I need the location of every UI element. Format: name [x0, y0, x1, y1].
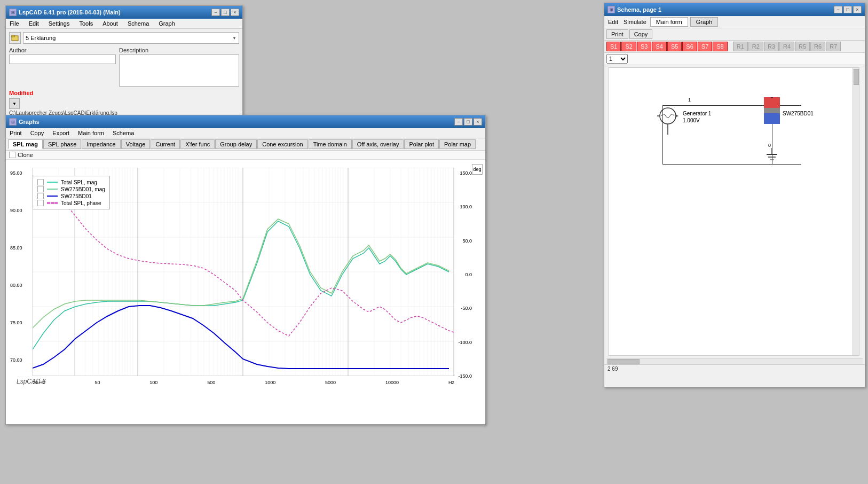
s-tab-s3[interactable]: S3 — [637, 42, 651, 51]
x-label-5000: 5000 — [325, 380, 336, 385]
s-tab-r4[interactable]: R4 — [779, 42, 794, 51]
chart-area: deg Total SPL, mag SW275BD01, mag SW275B… — [6, 160, 485, 389]
s-tab-s1[interactable]: S1 — [606, 42, 621, 51]
main-content: 5 Erklärung ▼ Author Description Modifie… — [6, 29, 242, 119]
dropdown-value: 5 Erklärung — [26, 35, 56, 41]
legend-label-2: SW275BD01, mag — [61, 186, 105, 192]
s-tab-r3[interactable]: R3 — [764, 42, 779, 51]
menu-copy[interactable]: Copy — [29, 129, 46, 137]
yr-label-4: 0.0 — [458, 272, 472, 277]
x-label-100: 100 — [149, 380, 157, 385]
s-tab-r6[interactable]: R6 — [810, 42, 825, 51]
graphs-window: ⊞ Graphs − □ × Print Copy Export Main fo… — [5, 115, 486, 425]
wire-bottom — [662, 164, 801, 165]
schema-minimize-btn[interactable]: − — [834, 6, 842, 13]
yr-label-2: 100.0 — [458, 204, 472, 209]
tab-spl-phase[interactable]: SPL phase — [43, 139, 81, 149]
tab-main-form[interactable]: Main form — [650, 17, 688, 27]
author-input[interactable] — [9, 54, 116, 64]
graph-tabs-row: SPL mag SPL phase Impedance Voltage Curr… — [6, 138, 485, 151]
menu-export[interactable]: Export — [51, 129, 71, 137]
svg-rect-85 — [764, 97, 780, 108]
tab-polar-plot[interactable]: Polar plot — [404, 139, 438, 149]
yr-label-6: -100.0 — [458, 340, 472, 345]
menu-edit-schema[interactable]: Edit — [606, 18, 620, 26]
tab-voltage[interactable]: Voltage — [121, 139, 151, 149]
svg-rect-86 — [764, 108, 780, 113]
main-window-title: LspCAD 6.41 pro (2015-04-03) (Main) — [19, 9, 121, 15]
status-text: 2 69 — [607, 366, 618, 372]
legend-check-2[interactable] — [37, 186, 44, 192]
copy-btn[interactable]: Copy — [629, 29, 653, 39]
menu-about[interactable]: About — [101, 20, 120, 27]
tab-polar-map[interactable]: Polar map — [439, 139, 476, 149]
main-close-btn[interactable]: × — [231, 9, 239, 16]
graphs-menubar: Print Copy Export Main form Schema — [6, 128, 485, 138]
schema-maximize-btn[interactable]: □ — [843, 6, 852, 13]
project-dropdown[interactable]: 5 Erklärung ▼ — [23, 32, 239, 44]
horizontal-scrollbar[interactable] — [606, 358, 863, 364]
menu-schema-graphs[interactable]: Schema — [111, 129, 136, 137]
menu-graph[interactable]: Graph — [157, 20, 177, 27]
legend-box: Total SPL, mag SW275BD01, mag SW275BD01 … — [33, 176, 110, 209]
tab-cone-excursion[interactable]: Cone excursion — [257, 139, 307, 149]
s-tab-s8[interactable]: S8 — [713, 42, 727, 51]
main-maximize-btn[interactable]: □ — [221, 9, 230, 16]
s-tab-r1[interactable]: R1 — [733, 42, 748, 51]
s-tab-s5[interactable]: S5 — [667, 42, 682, 51]
legend-line-2 — [47, 189, 58, 190]
description-textarea[interactable] — [119, 54, 239, 87]
generator-voltage: 1.000V — [683, 118, 700, 123]
graphs-app-icon: ⊞ — [9, 118, 17, 126]
tab-time-domain[interactable]: Time domain — [309, 139, 352, 149]
author-desc-row: Author Description — [9, 47, 239, 88]
menu-schema[interactable]: Schema — [126, 20, 151, 27]
s-tab-s4[interactable]: S4 — [652, 42, 666, 51]
main-minimize-btn[interactable]: − — [211, 9, 220, 16]
y-label-5: 75.00 — [10, 320, 22, 325]
tab-impedance[interactable]: Impedance — [82, 139, 120, 149]
menu-main-form[interactable]: Main form — [76, 129, 106, 137]
vertical-scrollbar[interactable] — [853, 68, 859, 355]
s-tab-s6[interactable]: S6 — [682, 42, 697, 51]
tab-group-delay[interactable]: Group delay — [215, 139, 257, 149]
tab-current[interactable]: Current — [151, 139, 180, 149]
legend-item-1: Total SPL, mag — [37, 179, 105, 185]
clone-checkbox[interactable] — [9, 152, 15, 158]
s-tab-r5[interactable]: R5 — [795, 42, 810, 51]
s-tab-r7[interactable]: R7 — [826, 42, 841, 51]
tab-graph[interactable]: Graph — [690, 17, 719, 27]
page-select[interactable]: 1 2 — [606, 54, 628, 64]
graphs-maximize-btn[interactable]: □ — [464, 118, 472, 126]
scrollbar-thumb[interactable] — [854, 69, 859, 85]
tab-xfer-func[interactable]: X'fer func — [180, 139, 215, 149]
s-tab-s2[interactable]: S2 — [621, 42, 636, 51]
menu-settings[interactable]: Settings — [47, 20, 72, 27]
svg-marker-83 — [676, 115, 678, 117]
wire-top — [662, 105, 801, 106]
tab-spl-mag[interactable]: SPL mag — [8, 139, 43, 149]
s-tab-s7[interactable]: S7 — [698, 42, 712, 51]
graphs-close-btn[interactable]: × — [474, 118, 482, 126]
menu-simulate[interactable]: Simulate — [622, 18, 648, 26]
yr-label-1: 150.0 — [458, 170, 472, 176]
legend-check-4[interactable] — [37, 200, 44, 206]
print-btn[interactable]: Print — [606, 29, 628, 39]
graphs-minimize-btn[interactable]: − — [454, 118, 463, 126]
app-icon: ⊞ — [9, 9, 17, 16]
menu-file[interactable]: File — [8, 20, 21, 27]
s-tab-r2[interactable]: R2 — [748, 42, 763, 51]
menu-edit[interactable]: Edit — [27, 20, 41, 27]
arrow-down-btn[interactable]: ▼ — [9, 98, 20, 109]
h-scrollbar-thumb[interactable] — [607, 359, 640, 364]
x-label-1000: 1000 — [265, 380, 275, 385]
menu-print[interactable]: Print — [8, 129, 23, 137]
legend-check-3[interactable] — [37, 193, 44, 199]
yr-label-5: -50.0 — [458, 306, 472, 311]
legend-check-1[interactable] — [37, 179, 44, 185]
schema-close-btn[interactable]: × — [853, 6, 862, 13]
open-btn[interactable] — [9, 32, 21, 44]
menu-tools[interactable]: Tools — [77, 20, 94, 27]
tab-off-axis[interactable]: Off axis, overlay — [352, 139, 404, 149]
hz-unit-label: Hz — [448, 380, 454, 385]
